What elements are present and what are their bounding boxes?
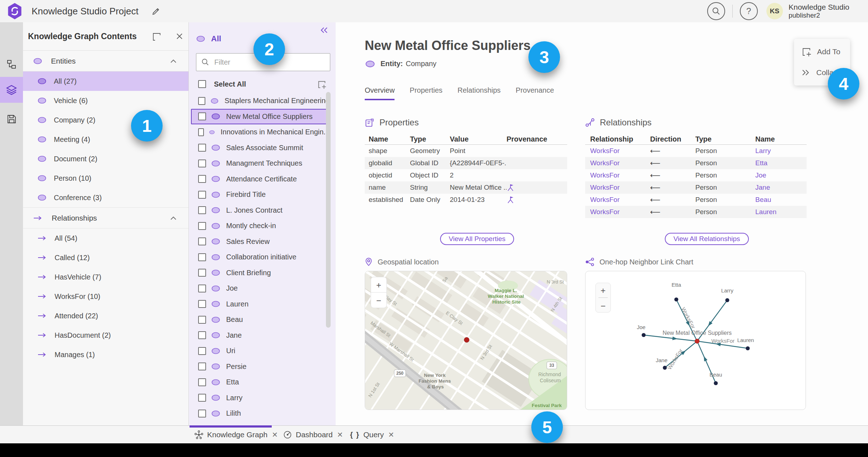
center-node[interactable] <box>695 339 699 343</box>
entity-instance-item[interactable]: Persie <box>191 359 330 375</box>
relationship-type-item[interactable]: HasDocument (2) <box>23 326 188 345</box>
entity-instance-item[interactable]: Lauren <box>191 296 330 312</box>
tab-query[interactable]: { } Query ✕ <box>350 426 394 444</box>
relationship-link[interactable]: WorksFor <box>590 147 650 155</box>
related-name-link[interactable]: Lauren <box>755 208 807 216</box>
scrollbar-thumb[interactable] <box>326 92 331 328</box>
provenance-flag-icon[interactable] <box>507 183 514 192</box>
entity-type-item[interactable]: Conference (3) <box>23 188 188 207</box>
entity-instance-item[interactable]: Joe <box>191 281 330 296</box>
entity-type-item[interactable]: Meeting (4) <box>23 130 188 149</box>
item-checkbox[interactable] <box>198 160 206 167</box>
help-button[interactable]: ? <box>740 2 758 20</box>
chevron-up-icon[interactable] <box>170 216 177 220</box>
collapse-panel-icon[interactable] <box>320 27 328 34</box>
relationship-type-item[interactable]: Manages (1) <box>23 345 188 364</box>
entity-instance-item[interactable]: Larry <box>191 390 330 406</box>
entity-type-item[interactable]: All (27) <box>23 71 188 91</box>
item-checkbox[interactable] <box>198 237 206 245</box>
view-all-relationships-button[interactable]: View All Relationships <box>665 233 749 245</box>
close-tab-icon[interactable]: ✕ <box>337 430 343 439</box>
item-checkbox[interactable] <box>198 347 206 355</box>
edit-title-icon[interactable] <box>151 6 161 16</box>
entity-instance-item[interactable]: Sales Associate Summit <box>191 140 330 156</box>
chevron-up-icon[interactable] <box>170 59 177 63</box>
add-to-menu-item[interactable]: Add To <box>801 47 840 57</box>
entity-instance-item[interactable]: Managment Techniques <box>191 156 330 171</box>
rail-schema-button[interactable] <box>0 53 23 75</box>
item-checkbox[interactable] <box>198 331 206 339</box>
relationship-link[interactable]: WorksFor <box>590 196 650 204</box>
add-to-map-icon[interactable] <box>317 80 326 89</box>
geospatial-map[interactable]: W Clay St Sa E Clay St Marshall St W Mar… <box>365 271 567 410</box>
relationship-type-item[interactable]: Called (12) <box>23 248 188 267</box>
entity-instance-item[interactable]: New Metal Office Suppliers <box>191 109 330 125</box>
tab-dashboard[interactable]: Dashboard ✕ <box>283 426 343 444</box>
item-checkbox[interactable] <box>198 269 206 277</box>
relationships-section-header[interactable]: Relationships <box>23 207 188 228</box>
view-all-properties-button[interactable]: View All Properties <box>440 233 514 245</box>
item-checkbox[interactable] <box>198 285 206 292</box>
relationship-type-item[interactable]: HasVehicle (7) <box>23 267 188 287</box>
related-name-link[interactable]: Jane <box>755 184 807 191</box>
related-name-link[interactable]: Larry <box>755 147 807 155</box>
entity-type-item[interactable]: Person (10) <box>23 169 188 188</box>
add-to-map-icon[interactable] <box>151 32 162 42</box>
rail-save-button[interactable] <box>0 108 23 130</box>
user-avatar[interactable]: KS <box>766 3 783 19</box>
relationship-type-item[interactable]: Attended (22) <box>23 306 188 326</box>
entity-instance-item[interactable]: Attendance Certificate <box>191 171 330 187</box>
collapse-menu-item[interactable]: Colla <box>801 68 834 77</box>
item-checkbox[interactable] <box>198 253 206 261</box>
select-all-checkbox[interactable] <box>198 80 206 88</box>
entity-instance-item[interactable]: Collaboration initiative <box>191 249 330 265</box>
detail-tab[interactable]: Provenance <box>516 86 554 100</box>
item-checkbox[interactable] <box>198 112 206 120</box>
item-checkbox[interactable] <box>198 175 206 183</box>
entity-instance-item[interactable]: Beau <box>191 312 330 328</box>
entity-instance-item[interactable]: Staplers Mechanical Engineering <box>191 93 330 109</box>
item-checkbox[interactable] <box>198 300 206 308</box>
search-button[interactable] <box>707 2 725 20</box>
entity-instance-item[interactable]: Etta <box>191 374 330 390</box>
entity-instance-item[interactable]: Lilith <box>191 406 330 421</box>
entity-instance-item[interactable]: Uri <box>191 343 330 359</box>
entity-instance-item[interactable]: Client Briefing <box>191 265 330 281</box>
item-checkbox[interactable] <box>198 144 206 152</box>
detail-tab[interactable]: Overview <box>365 86 395 100</box>
entity-type-item[interactable]: Vehicle (6) <box>23 91 188 110</box>
item-checkbox[interactable] <box>198 191 206 199</box>
rail-layers-button[interactable] <box>0 77 23 103</box>
item-checkbox[interactable] <box>198 222 206 230</box>
item-checkbox[interactable] <box>198 206 206 214</box>
link-chart[interactable]: WorksFor WorksFor WorksFor New Metal Off… <box>585 271 806 410</box>
item-checkbox[interactable] <box>198 363 206 370</box>
relationship-type-item[interactable]: WorksFor (10) <box>23 287 188 306</box>
entity-instance-item[interactable]: Sales Review <box>191 234 330 250</box>
entity-instance-item[interactable]: L. Jones Contract <box>191 203 330 218</box>
relationship-type-item[interactable]: All (54) <box>23 228 188 248</box>
close-panel-icon[interactable] <box>175 32 184 41</box>
relationship-link[interactable]: WorksFor <box>590 159 650 167</box>
map-zoom-control[interactable]: + − <box>371 277 387 308</box>
detail-tab[interactable]: Properties <box>410 86 442 100</box>
relationship-link[interactable]: WorksFor <box>590 184 650 191</box>
item-checkbox[interactable] <box>198 394 206 402</box>
entities-section-header[interactable]: Entities <box>23 51 188 71</box>
user-info[interactable]: Knowledge Studio publisher2 <box>789 3 849 19</box>
item-checkbox[interactable] <box>198 316 206 324</box>
entity-instance-item[interactable]: Firebird Title <box>191 187 330 203</box>
entity-type-item[interactable]: Document (2) <box>23 149 188 169</box>
item-checkbox[interactable] <box>198 378 206 386</box>
entity-instance-item[interactable]: Montly check-in <box>191 218 330 234</box>
entity-instance-item[interactable]: Jane <box>191 328 330 343</box>
entity-instance-item[interactable]: Innovations in Mechanical Engin... <box>191 124 330 140</box>
detail-tab[interactable]: Relationships <box>458 86 501 100</box>
close-tab-icon[interactable]: ✕ <box>272 430 278 439</box>
close-tab-icon[interactable]: ✕ <box>388 430 394 439</box>
provenance-flag-icon[interactable] <box>507 195 514 204</box>
tab-knowledge-graph[interactable]: Knowledge Graph ✕ <box>194 426 278 444</box>
relationship-link[interactable]: WorksFor <box>590 171 650 179</box>
item-checkbox[interactable] <box>198 97 205 105</box>
item-checkbox[interactable] <box>198 128 204 136</box>
